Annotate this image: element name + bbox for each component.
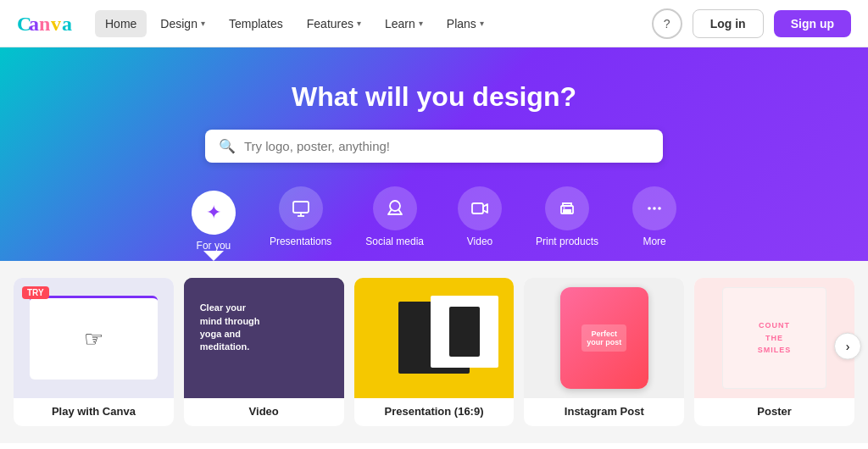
category-label: Social media: [365, 236, 424, 247]
next-arrow-button[interactable]: ›: [834, 333, 861, 360]
category-presentations[interactable]: Presentations: [261, 186, 340, 261]
svg-text:v: v: [51, 13, 61, 35]
card-label: Presentation (16:9): [354, 398, 515, 426]
card-poster[interactable]: COUNTTHESMILES Poster: [694, 278, 854, 426]
card-thumbnail: COUNTTHESMILES: [694, 278, 854, 398]
presentations-icon: [279, 186, 323, 230]
svg-point-11: [564, 208, 565, 209]
category-label: Print products: [536, 236, 598, 247]
hero-title: What will you design?: [292, 81, 576, 113]
print-products-icon: [545, 186, 589, 230]
card-thumbnail: TRY ☞: [14, 278, 174, 398]
category-video[interactable]: Video: [449, 186, 510, 261]
try-badge: TRY: [22, 286, 49, 299]
svg-point-14: [658, 207, 661, 210]
svg-rect-5: [293, 202, 309, 213]
nav-design[interactable]: Design ▾: [150, 10, 215, 37]
nav-plans[interactable]: Plans ▾: [437, 10, 494, 37]
social-media-icon: [373, 186, 417, 230]
svg-text:a: a: [29, 13, 39, 35]
category-tabs: ✦ For you Presentations: [183, 186, 685, 261]
card-play-canva[interactable]: TRY ☞ Play with Canva: [14, 278, 174, 426]
active-indicator: [203, 252, 224, 261]
poster-graphic: COUNTTHESMILES: [722, 287, 826, 389]
card-thumbnail: Perfectyour post: [524, 278, 684, 398]
card-label: Video: [184, 398, 344, 426]
for-you-icon: ✦: [192, 191, 236, 235]
card-label: Play with Canva: [14, 398, 174, 426]
category-social-media[interactable]: Social media: [357, 186, 432, 261]
svg-rect-10: [563, 209, 571, 213]
canva-logo[interactable]: C a n v a: [17, 12, 78, 36]
card-instagram-post[interactable]: Perfectyour post Instagram Post: [524, 278, 684, 426]
chevron-down-icon: ▾: [201, 19, 205, 28]
svg-text:n: n: [39, 13, 50, 35]
signup-button[interactable]: Sign up: [774, 10, 851, 37]
category-label: More: [643, 236, 665, 247]
search-input[interactable]: [244, 139, 649, 153]
svg-point-13: [653, 207, 656, 210]
category-more[interactable]: More: [624, 186, 685, 261]
card-label: Poster: [694, 398, 854, 426]
card-label: Instagram Post: [524, 398, 684, 426]
search-bar: 🔍: [205, 130, 663, 163]
more-icon: [632, 186, 676, 230]
category-label: For you: [197, 240, 231, 252]
card-presentation[interactable]: Presentation (16:9): [354, 278, 515, 426]
chevron-down-icon: ▾: [419, 19, 423, 28]
svg-point-12: [648, 207, 651, 210]
card-text: Clear yourmind throughyoga andmeditation…: [200, 302, 260, 354]
category-for-you[interactable]: ✦ For you: [183, 191, 244, 261]
nav-features[interactable]: Features ▾: [297, 10, 371, 37]
cards-section: TRY ☞ Play with Canva Clear yourmind thr…: [0, 261, 868, 443]
category-label: Video: [467, 236, 492, 247]
card-thumbnail: [354, 278, 515, 398]
video-icon: [458, 186, 502, 230]
svg-text:a: a: [62, 13, 72, 35]
hero-section: What will you design? 🔍 ✦ For you Presen…: [0, 47, 868, 261]
nav-home[interactable]: Home: [95, 10, 147, 37]
search-icon: 🔍: [219, 138, 236, 154]
help-button[interactable]: ?: [652, 8, 682, 39]
card-thumbnail: Clear yourmind throughyoga andmeditation…: [184, 278, 344, 398]
svg-rect-8: [472, 203, 483, 213]
card-video[interactable]: Clear yourmind throughyoga andmeditation…: [184, 278, 344, 426]
chevron-down-icon: ▾: [357, 19, 361, 28]
nav-learn[interactable]: Learn ▾: [375, 10, 433, 37]
navbar: C a n v a Home Design ▾ Templates Featur…: [0, 0, 868, 47]
nav-templates[interactable]: Templates: [219, 10, 293, 37]
card-inner-graphic: ☞: [30, 296, 158, 380]
category-label: Presentations: [270, 236, 331, 247]
chevron-down-icon: ▾: [480, 19, 484, 28]
login-button[interactable]: Log in: [693, 9, 764, 38]
category-print-products[interactable]: Print products: [527, 186, 607, 261]
